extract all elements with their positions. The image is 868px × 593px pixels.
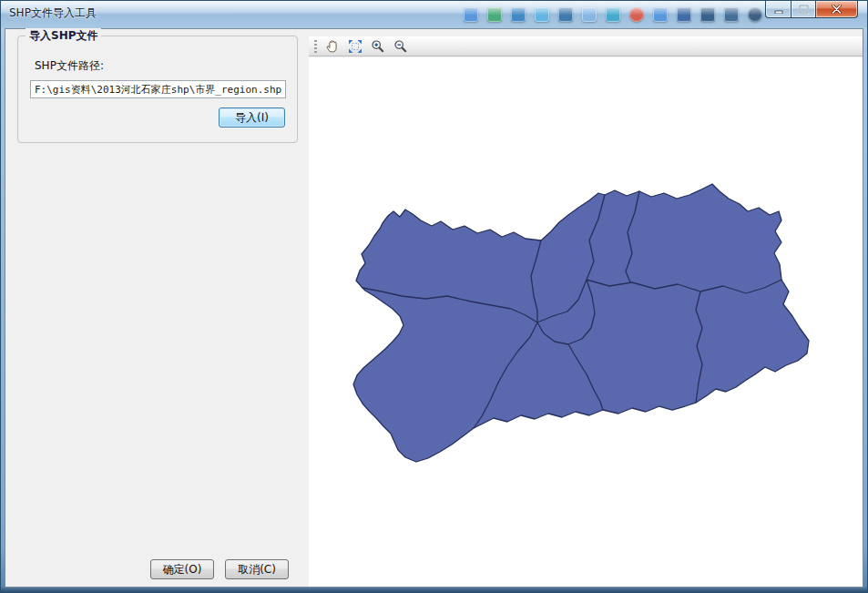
background-app-icon bbox=[511, 7, 526, 22]
pan-tool-button[interactable] bbox=[322, 37, 342, 56]
zoom-extent-button[interactable] bbox=[345, 37, 365, 56]
group-box-title: 导入SHP文件 bbox=[26, 28, 101, 44]
region-map bbox=[309, 57, 863, 587]
zoom-in-icon bbox=[371, 39, 385, 54]
zoom-out-button[interactable] bbox=[391, 37, 411, 56]
background-app-icon bbox=[724, 7, 739, 22]
background-app-icon bbox=[464, 7, 478, 22]
background-app-icon bbox=[487, 7, 502, 22]
background-app-icon bbox=[582, 7, 597, 22]
maximize-button[interactable] bbox=[791, 1, 816, 18]
cancel-button[interactable]: 取消(C) bbox=[225, 559, 289, 579]
zoom-out-icon bbox=[393, 39, 408, 54]
maximize-icon bbox=[799, 5, 809, 14]
background-app-icon bbox=[677, 7, 691, 22]
region-fill-shape bbox=[353, 184, 809, 462]
background-app-icon bbox=[606, 7, 620, 22]
background-app-icon bbox=[535, 7, 549, 22]
ok-button[interactable]: 确定(O) bbox=[150, 559, 214, 579]
background-app-icon bbox=[558, 7, 573, 22]
titlebar[interactable]: SHP文件导入工具 bbox=[1, 1, 867, 28]
import-group-box: 导入SHP文件 SHP文件路径: 导入(I) bbox=[17, 36, 298, 143]
background-app-icon bbox=[629, 7, 644, 22]
background-app-icon bbox=[653, 7, 668, 22]
background-icons bbox=[464, 7, 762, 22]
zoom-in-button[interactable] bbox=[368, 37, 388, 56]
pan-hand-icon bbox=[325, 39, 340, 54]
app-window: SHP文件导入工具 bbox=[0, 0, 868, 593]
window-controls bbox=[766, 1, 858, 18]
close-button[interactable] bbox=[815, 1, 858, 18]
zoom-extent-icon bbox=[348, 39, 363, 54]
background-app-icon bbox=[748, 7, 762, 22]
minimize-button[interactable] bbox=[765, 1, 791, 18]
map-canvas[interactable] bbox=[309, 57, 863, 587]
background-app-icon bbox=[700, 7, 715, 22]
map-viewer bbox=[309, 29, 863, 587]
toolbar-grip-handle[interactable] bbox=[314, 40, 317, 53]
shp-path-input[interactable] bbox=[30, 80, 286, 98]
shijiazhuang-region bbox=[353, 184, 809, 462]
minimize-icon bbox=[774, 5, 783, 14]
import-button[interactable]: 导入(I) bbox=[219, 107, 285, 128]
map-toolbar bbox=[309, 36, 863, 56]
dialog-content: 导入SHP文件 SHP文件路径: 导入(I) 确定(O) 取消(C) bbox=[5, 28, 863, 588]
window-title: SHP文件导入工具 bbox=[9, 1, 97, 26]
close-icon bbox=[832, 5, 842, 14]
shp-path-label: SHP文件路径: bbox=[35, 58, 104, 74]
